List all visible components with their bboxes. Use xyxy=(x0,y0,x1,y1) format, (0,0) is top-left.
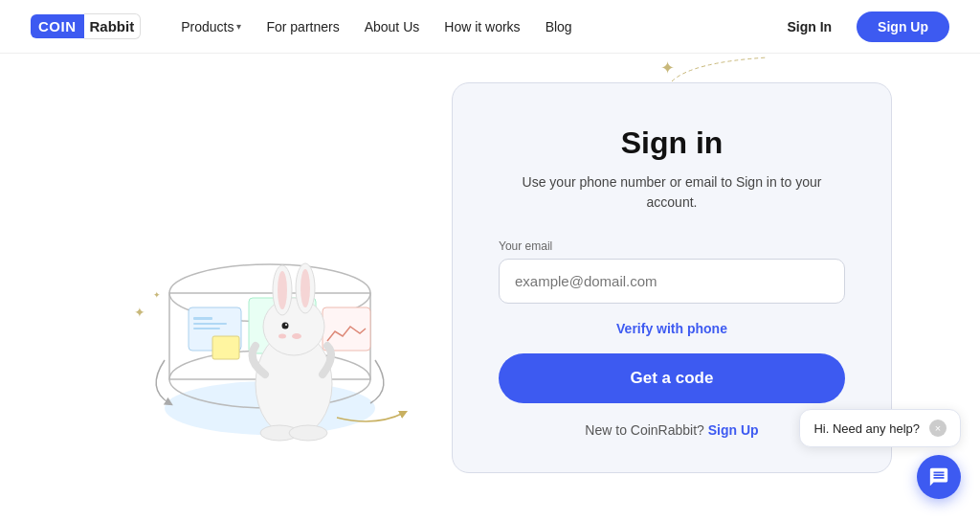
signup-link[interactable]: Sign Up xyxy=(708,422,759,438)
nav-blog[interactable]: Blog xyxy=(536,13,582,40)
email-label: Your email xyxy=(499,239,845,253)
nav-for-partners[interactable]: For partners xyxy=(256,13,348,40)
svg-point-15 xyxy=(263,298,324,355)
signin-subtitle: Use your phone number or email to Sign i… xyxy=(499,172,845,213)
header-actions: Sign In Sign Up xyxy=(773,11,949,42)
header: COIN Rabbit Products ▾ For partners Abou… xyxy=(0,0,980,54)
sign-up-button[interactable]: Sign Up xyxy=(857,11,949,42)
svg-rect-6 xyxy=(193,323,227,325)
svg-point-23 xyxy=(278,334,286,339)
sign-in-button[interactable]: Sign In xyxy=(773,13,845,40)
nav-how-it-works[interactable]: How it works xyxy=(434,13,529,40)
email-input[interactable] xyxy=(499,259,845,304)
main-nav: Products ▾ For partners About Us How it … xyxy=(171,13,773,40)
chat-widget: Hi. Need any help? × xyxy=(799,409,961,499)
svg-text:✦: ✦ xyxy=(153,290,161,300)
chat-bubble-text: Hi. Need any help? xyxy=(813,421,920,436)
bunny-illustration: ✦ ✦ xyxy=(107,130,433,456)
nav-about-us[interactable]: About Us xyxy=(355,13,430,40)
get-code-button[interactable]: Get a code xyxy=(499,353,845,403)
illustration-area: ✦ ✦ xyxy=(88,92,452,494)
svg-point-20 xyxy=(282,323,289,329)
svg-point-21 xyxy=(285,324,287,326)
logo-rabbit: Rabbit xyxy=(84,13,142,39)
svg-point-19 xyxy=(301,269,310,307)
svg-point-22 xyxy=(292,333,301,339)
signin-title: Sign in xyxy=(499,125,845,161)
logo-coin: COIN xyxy=(31,14,84,38)
svg-rect-7 xyxy=(193,328,220,329)
chat-close-button[interactable]: × xyxy=(929,420,947,437)
svg-point-17 xyxy=(278,271,287,309)
star-decoration: ✦ xyxy=(614,54,729,91)
logo[interactable]: COIN Rabbit xyxy=(31,13,141,39)
chevron-down-icon: ▾ xyxy=(236,21,241,32)
nav-products[interactable]: Products ▾ xyxy=(171,13,251,40)
svg-text:✦: ✦ xyxy=(134,305,145,320)
svg-rect-11 xyxy=(212,336,239,359)
svg-text:✦: ✦ xyxy=(660,58,675,78)
chat-bubble: Hi. Need any help? × xyxy=(799,409,961,447)
new-account-text: New to CoinRabbit? Sign Up xyxy=(499,422,845,438)
svg-point-25 xyxy=(289,425,327,441)
verify-phone-link[interactable]: Verify with phone xyxy=(499,321,845,336)
chat-open-button[interactable] xyxy=(917,455,961,499)
chat-icon xyxy=(928,466,949,488)
svg-rect-5 xyxy=(193,317,212,320)
